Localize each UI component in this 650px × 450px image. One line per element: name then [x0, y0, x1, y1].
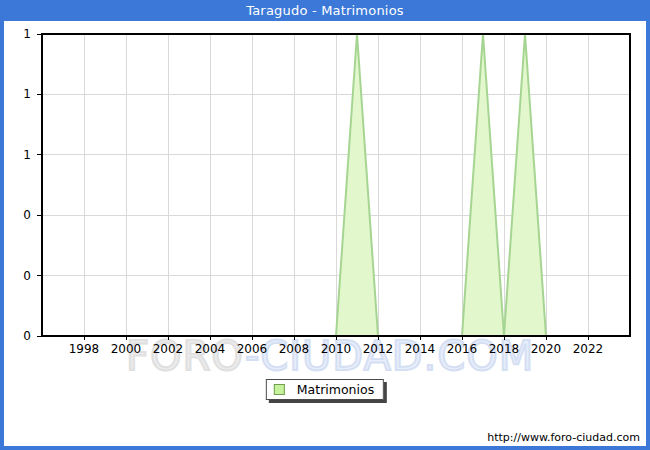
- y-tick-label: 0: [23, 269, 31, 283]
- x-tick-label: 2014: [405, 342, 436, 356]
- y-tick-label: 1: [23, 148, 31, 162]
- x-tick-label: 2010: [321, 342, 352, 356]
- x-tick-label: 2018: [489, 342, 520, 356]
- y-tick-label: 1: [23, 87, 31, 101]
- y-tick-label: 0: [23, 208, 31, 222]
- legend-color-swatch: [274, 384, 285, 395]
- chart-page: Taragudo - Matrimonios FORO-CIUDAD.COM 1…: [0, 0, 650, 450]
- title-bar: Taragudo - Matrimonios: [0, 0, 650, 21]
- legend-label: Matrimonios: [297, 382, 374, 397]
- x-tick-label: 2006: [237, 342, 268, 356]
- y-tick-label: 1: [23, 27, 31, 41]
- y-tick-label: 0: [23, 329, 31, 343]
- axis-ticks: [37, 34, 588, 340]
- x-axis-labels: 1998200020022004200620082010201220142016…: [69, 342, 604, 356]
- x-tick-label: 2020: [531, 342, 562, 356]
- legend-box: Matrimonios: [266, 379, 384, 400]
- x-tick-label: 2000: [111, 342, 142, 356]
- x-tick-label: 2012: [363, 342, 394, 356]
- page-title: Taragudo - Matrimonios: [246, 3, 404, 18]
- x-tick-label: 2008: [279, 342, 310, 356]
- x-tick-label: 2002: [153, 342, 184, 356]
- area-series-fill: [42, 34, 609, 336]
- y-axis-labels: 111000: [23, 27, 31, 343]
- x-tick-label: 2022: [573, 342, 604, 356]
- x-tick-label: 1998: [69, 342, 100, 356]
- x-tick-label: 2004: [195, 342, 226, 356]
- x-tick-label: 2016: [447, 342, 478, 356]
- footer-url: http://www.foro-ciudad.com: [487, 431, 640, 444]
